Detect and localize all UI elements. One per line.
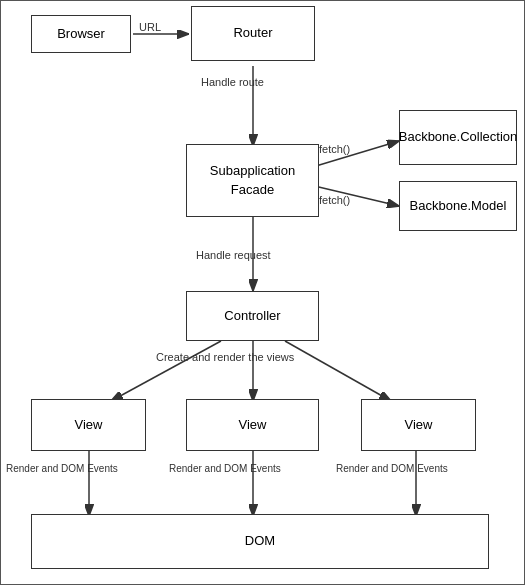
url-label: URL xyxy=(139,21,161,33)
backbone-collection-box: Backbone.Collection xyxy=(399,110,517,165)
view2-label: View xyxy=(239,416,267,434)
backbone-collection-label: Backbone.Collection xyxy=(399,128,518,146)
svg-line-8 xyxy=(285,341,391,401)
handle-request-label: Handle request xyxy=(196,249,271,261)
fetch2-label: fetch() xyxy=(319,194,350,206)
view2-box: View xyxy=(186,399,319,451)
backbone-model-label: Backbone.Model xyxy=(410,197,507,215)
router-box: Router xyxy=(191,6,315,61)
render-dom1-label: Render and DOM Events xyxy=(6,463,118,474)
render-dom2-label: Render and DOM Events xyxy=(169,463,281,474)
facade-label: Subapplication Facade xyxy=(210,162,295,198)
fetch1-label: fetch() xyxy=(319,143,350,155)
browser-box: Browser xyxy=(31,15,131,53)
architecture-diagram: Browser URL Router Handle route Subappli… xyxy=(0,0,525,585)
view1-label: View xyxy=(75,416,103,434)
dom-box: DOM xyxy=(31,514,489,569)
handle-route-label: Handle route xyxy=(201,76,264,88)
render-dom3-label: Render and DOM Events xyxy=(336,463,448,474)
browser-label: Browser xyxy=(57,25,105,43)
view3-box: View xyxy=(361,399,476,451)
router-label: Router xyxy=(233,24,272,42)
view3-label: View xyxy=(405,416,433,434)
dom-label: DOM xyxy=(245,532,275,550)
create-render-label: Create and render the views xyxy=(156,351,294,363)
facade-box: Subapplication Facade xyxy=(186,144,319,217)
svg-line-6 xyxy=(111,341,221,401)
controller-box: Controller xyxy=(186,291,319,341)
view1-box: View xyxy=(31,399,146,451)
backbone-model-box: Backbone.Model xyxy=(399,181,517,231)
controller-label: Controller xyxy=(224,307,280,325)
